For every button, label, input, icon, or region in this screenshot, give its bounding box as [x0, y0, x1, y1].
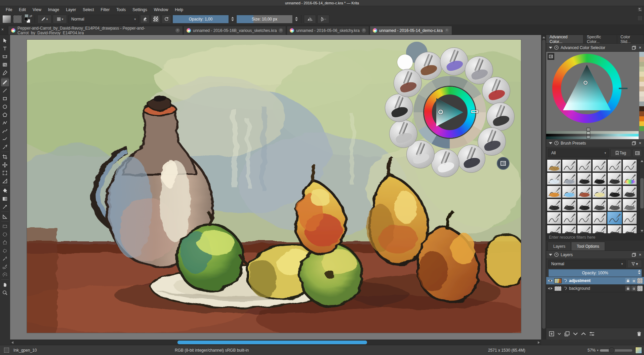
- close-icon[interactable]: ×: [639, 45, 641, 50]
- zoom-slider-knob[interactable]: [609, 347, 615, 353]
- painting-canvas[interactable]: [27, 40, 521, 333]
- scrollbar-thumb[interactable]: [640, 178, 644, 208]
- bezier-curve-tool[interactable]: [1, 127, 9, 135]
- brush-preset-cell[interactable]: [607, 199, 622, 211]
- pattern-swatch-button[interactable]: [13, 15, 22, 24]
- hue-marker[interactable]: [619, 88, 628, 89]
- transform-tool[interactable]: [1, 169, 9, 177]
- move-tool[interactable]: [1, 161, 9, 169]
- brush-preset-cell[interactable]: [547, 225, 561, 233]
- doc-tab-4-active[interactable]: unnamed - 2016-05-14_demo-c.kra ×: [370, 26, 452, 35]
- sv-marker[interactable]: [583, 81, 588, 85]
- inherit-alpha-icon[interactable]: [637, 286, 643, 291]
- mirror-vertical-button[interactable]: [317, 15, 329, 24]
- zoom-level[interactable]: 57%: [588, 348, 596, 353]
- preserve-alpha-button[interactable]: [151, 15, 160, 24]
- menu-select[interactable]: Select: [80, 7, 97, 13]
- lock-icon[interactable]: [554, 141, 559, 145]
- layer-filter-button[interactable]: ▾: [627, 260, 642, 268]
- brush-preset-cell[interactable]: [592, 212, 607, 224]
- brush-preset-cell[interactable]: [592, 186, 607, 198]
- preset-filter-select[interactable]: All ▾: [548, 149, 609, 157]
- zoom-tool[interactable]: [1, 288, 9, 297]
- collapse-icon[interactable]: [549, 142, 552, 144]
- subwindow-close-icon[interactable]: ×: [1, 27, 4, 32]
- history-swatch[interactable]: [639, 67, 644, 72]
- popup-preset-soft-smudge[interactable]: [389, 120, 417, 148]
- menu-edit[interactable]: Edit: [16, 7, 29, 13]
- brush-preset-cell[interactable]: [592, 159, 607, 172]
- hscroll-thumb[interactable]: [177, 341, 367, 344]
- freehand-path-tool[interactable]: [1, 135, 9, 143]
- brush-preset-cell[interactable]: [577, 159, 592, 172]
- zoom-slider[interactable]: [600, 349, 632, 352]
- opacity-slider[interactable]: Opacity: 1,00: [172, 15, 229, 24]
- layer-opacity-slider[interactable]: Opacity: 100%: [548, 269, 642, 277]
- layer-thumbnail[interactable]: [554, 278, 562, 283]
- lock-layer-icon[interactable]: [625, 278, 631, 283]
- elliptical-selection-tool[interactable]: [1, 230, 9, 238]
- scroll-up-arrow[interactable]: [542, 36, 545, 38]
- measure-tool[interactable]: [1, 177, 9, 185]
- layer-name[interactable]: background: [569, 286, 624, 291]
- popup-preset-splatter-sponge[interactable]: [394, 69, 422, 97]
- fill-options-button[interactable]: ▾: [53, 15, 67, 24]
- calligraphy-tool[interactable]: [1, 69, 9, 77]
- rectangular-selection-tool[interactable]: [1, 222, 9, 230]
- menu-file[interactable]: File: [3, 7, 15, 13]
- brush-presets-header[interactable]: Brush Presets ×: [546, 139, 644, 147]
- close-icon[interactable]: ×: [639, 252, 641, 257]
- alpha-lock-icon[interactable]: α: [631, 286, 637, 291]
- brush-preset-cell[interactable]: [547, 199, 561, 211]
- magnetic-selection-tool[interactable]: [1, 271, 9, 279]
- history-swatch[interactable]: [639, 77, 644, 82]
- menu-view[interactable]: View: [30, 7, 44, 13]
- resource-filter-input[interactable]: [546, 234, 644, 241]
- fill-tool[interactable]: [1, 187, 9, 195]
- history-swatch[interactable]: [639, 72, 644, 77]
- history-swatch[interactable]: [639, 96, 644, 102]
- history-swatch[interactable]: [639, 121, 644, 126]
- shade-strip-3[interactable]: [546, 136, 639, 139]
- color-sampler-tool[interactable]: [1, 203, 9, 211]
- collapse-icon[interactable]: [549, 254, 552, 256]
- menu-help[interactable]: Help: [172, 7, 186, 13]
- scroll-left-arrow[interactable]: [11, 341, 13, 344]
- lock-layer-icon[interactable]: [625, 286, 631, 291]
- scroll-up-arrow[interactable]: [641, 160, 643, 162]
- brush-preset-cell[interactable]: [607, 172, 622, 185]
- brush-preset-cell[interactable]: [547, 212, 561, 224]
- brush-preset-cell[interactable]: [547, 159, 561, 172]
- brush-preset-cell[interactable]: [607, 186, 622, 198]
- polyline-tool[interactable]: [1, 119, 9, 127]
- tag-button[interactable]: Tag: [610, 149, 631, 157]
- polygonal-selection-tool[interactable]: [1, 238, 9, 246]
- layer-row-adjustment[interactable]: adjustment α: [546, 277, 644, 285]
- brush-preset-cell[interactable]: [577, 199, 592, 211]
- layer-thumbnail[interactable]: [554, 286, 562, 291]
- similar-color-selection-tool[interactable]: [1, 254, 9, 263]
- brush-preset-cell[interactable]: [592, 225, 607, 233]
- history-swatch[interactable]: [639, 62, 644, 67]
- reload-preset-button[interactable]: [162, 15, 171, 24]
- crop-tool[interactable]: [1, 153, 9, 161]
- history-swatch[interactable]: [639, 116, 644, 121]
- history-swatch[interactable]: [639, 126, 644, 131]
- doc-tab-2[interactable]: unnamed - 2016-05-16B_various_sketches.k…: [184, 26, 286, 35]
- shade-strips[interactable]: [546, 131, 639, 139]
- collapse-icon[interactable]: [549, 47, 552, 49]
- brush-preset-cell[interactable]: [577, 172, 592, 185]
- saturation-value-triangle[interactable]: [552, 54, 621, 123]
- tab-advanced-color[interactable]: Advanced Color...: [546, 35, 583, 43]
- freehand-selection-tool[interactable]: [1, 246, 9, 254]
- sv-marker[interactable]: [438, 110, 443, 114]
- layer-properties-button[interactable]: [589, 332, 595, 336]
- brush-preset-cell[interactable]: [577, 225, 592, 233]
- brush-preset-cell[interactable]: [562, 199, 576, 211]
- brush-preset-cell[interactable]: [562, 186, 576, 198]
- tab-tool-options[interactable]: Tool Options: [571, 242, 605, 250]
- inherit-alpha-icon[interactable]: [637, 278, 643, 283]
- doc-tab-3[interactable]: unnamed - 2016-05-06_sketchy.kra ×: [287, 26, 369, 35]
- polygon-tool[interactable]: [1, 111, 9, 119]
- freehand-brush-tool[interactable]: [1, 78, 9, 86]
